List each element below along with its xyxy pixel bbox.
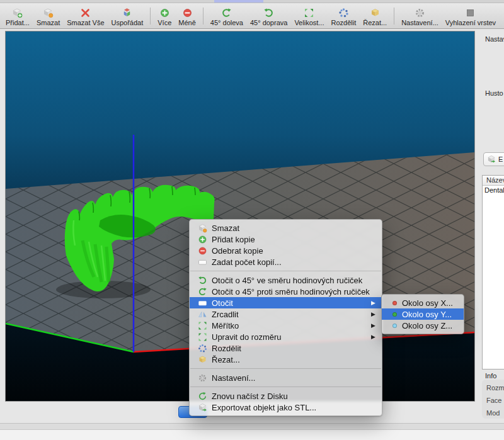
app-window: { "window": { "top_accent_color": "#b2ba… <box>0 0 504 440</box>
toolbar-button-rozdelit[interactable]: Rozdělit <box>328 8 359 26</box>
more-copies-icon <box>159 8 170 18</box>
z-axis-dot-icon <box>392 324 397 328</box>
toolbar-separator <box>394 8 394 25</box>
rotate-cw-icon <box>198 276 207 285</box>
toolbar-label: Uspořádat <box>112 19 144 26</box>
submenu-arrow-icon: ▶ <box>371 322 375 329</box>
toolbar-button-pridat[interactable]: Přidat... <box>3 8 33 26</box>
toolbar-label: Velikost... <box>294 19 324 26</box>
toolbar-label: Vyhlazení vrstev <box>445 19 496 26</box>
menu-item-znovu-nacist[interactable]: Znovu načíst z Disku <box>190 390 382 402</box>
toolbar-button-45-doleva[interactable]: 45° doleva <box>207 8 246 26</box>
menu-item-odebrat-kopie[interactable]: Odebrat kopie <box>190 245 382 256</box>
toolbar-button-vyhlazeni-vrstev[interactable]: Vyhlazení vrstev <box>442 8 499 26</box>
menu-item-label: Rozdělit <box>212 344 241 353</box>
toolbar-label: Řezat... <box>363 19 387 26</box>
menu-item-label: Upravit do rozměru <box>212 332 282 342</box>
menu-item-rezat[interactable]: Řezat... <box>190 354 382 365</box>
export-stl-button[interactable]: E <box>483 152 504 166</box>
table-row-dental[interactable]: Dental_ <box>483 186 504 195</box>
toolbar-label: Rozdělit <box>331 19 356 26</box>
menu-item-label: Otočit o 45° proti směru hodinových ruči… <box>212 287 370 296</box>
menu-item-label: Otočit <box>212 298 233 308</box>
menu-item-label: Přidat kopie <box>212 235 255 244</box>
menu-item-meritko[interactable]: Měřítko ▶ <box>190 320 382 331</box>
mirror-icon <box>198 310 207 319</box>
submenu-item-okolo-osy-y[interactable]: Okolo osy Y... <box>382 308 464 320</box>
menu-item-exportovat-stl[interactable]: Exportovat objekt jako STL... <box>190 402 382 413</box>
toolbar-button-vice[interactable]: Více <box>154 8 175 26</box>
menu-separator <box>190 386 381 387</box>
menu-item-zrcadlit[interactable]: Zrcadlit ▶ <box>190 308 382 320</box>
scale-icon <box>304 8 314 18</box>
toolbar-button-rezat[interactable]: Řezat... <box>360 8 390 26</box>
toolbar-label: Nastavení... <box>401 19 438 26</box>
delete-object-icon <box>43 8 54 18</box>
settings-label: Nastav <box>485 35 504 43</box>
toolbar-button-usporadat[interactable]: Uspořádat <box>108 8 147 26</box>
toolbar-button-smazat-vse[interactable]: Smazat Vše <box>64 8 107 26</box>
delete-all-icon <box>80 8 91 18</box>
fewer-copies-icon <box>182 8 193 18</box>
menu-item-label: Znovu načíst z Disku <box>212 392 288 401</box>
submenu-item-label: Okolo osy Y... <box>402 310 452 319</box>
info-row-model: Mod <box>486 407 504 419</box>
toolbar-separator <box>150 8 151 25</box>
rotate-left-icon <box>221 8 232 18</box>
menu-item-rozdelit[interactable]: Rozdělit <box>190 342 382 354</box>
gear-icon <box>198 373 207 383</box>
toolbar-label: Smazat <box>37 19 60 26</box>
menu-item-label: Řezat... <box>212 355 240 364</box>
submenu-item-okolo-osy-x[interactable]: Okolo osy X... <box>382 297 464 308</box>
density-label: Husto <box>485 89 503 97</box>
export-stl-button-label: E <box>498 155 503 163</box>
menu-item-otocit[interactable]: Otočit ▶ <box>190 297 382 308</box>
menu-item-smazat[interactable]: Smazat <box>190 222 382 234</box>
menu-item-zadat-pocet-kopii[interactable]: Zadat počet kopií... <box>190 256 382 268</box>
toolbar-label: Přidat... <box>6 19 30 26</box>
arrange-icon <box>122 8 132 18</box>
split-icon <box>198 344 207 353</box>
menu-item-upravit-do-rozmeru[interactable]: Upravit do rozměru ▶ <box>190 331 382 342</box>
plus-circle-icon <box>198 235 207 244</box>
menu-item-pridat-kopie[interactable]: Přidat kopie <box>190 234 382 245</box>
info-label: Info <box>485 372 496 380</box>
objects-table: Název Dental_ <box>482 175 504 369</box>
menu-item-label: Nastavení... <box>212 373 255 383</box>
toolbar-button-mene[interactable]: Méně <box>175 8 199 26</box>
info-box: Rozm Face Mod <box>482 380 504 419</box>
menu-item-nastaveni[interactable]: Nastavení... <box>190 372 382 383</box>
info-row-rozmery: Rozm <box>486 381 504 394</box>
table-header-nazev: Název <box>483 176 504 186</box>
menu-item-label: Zrcadlit <box>212 310 239 319</box>
submenu-arrow-icon: ▶ <box>371 300 375 306</box>
menu-item-label: Exportovat objekt jako STL... <box>212 403 316 412</box>
status-bar <box>0 430 504 440</box>
toolbar-button-nastaveni[interactable]: Nastavení... <box>398 8 442 26</box>
delete-object-icon <box>198 223 207 233</box>
rotate-icon <box>198 298 207 308</box>
menu-item-otocit-45-cw[interactable]: Otočit o 45° ve směru hodinových ručiček <box>190 274 382 286</box>
cut-icon <box>370 8 381 18</box>
plater-toolbar: Přidat... Smazat Smazat Vše Uspořádat Ví… <box>0 3 504 29</box>
x-axis-dot-icon <box>392 301 397 305</box>
cut-icon <box>198 355 207 364</box>
layers-icon <box>465 8 476 18</box>
fit-size-icon <box>198 332 207 342</box>
minus-circle-icon <box>198 246 207 256</box>
export-stl-icon <box>198 403 207 412</box>
toolbar-button-smazat[interactable]: Smazat <box>33 8 63 26</box>
submenu-arrow-icon: ▶ <box>371 311 375 317</box>
bottom-divider <box>0 423 504 430</box>
menu-item-label: Zadat počet kopií... <box>212 257 282 267</box>
menu-item-otocit-45-ccw[interactable]: Otočit o 45° proti směru hodinových ruči… <box>190 286 382 297</box>
menu-item-label: Odebrat kopie <box>212 246 263 256</box>
toolbar-button-velikost[interactable]: Velikost... <box>291 8 327 26</box>
add-object-icon <box>12 8 23 18</box>
menu-separator <box>190 368 381 369</box>
toolbar-button-45-doprava[interactable]: 45° doprava <box>247 8 290 26</box>
submenu-item-label: Okolo osy Z... <box>402 321 452 330</box>
submenu-item-okolo-osy-z[interactable]: Okolo osy Z... <box>382 320 464 331</box>
rotate-ccw-icon <box>198 287 207 296</box>
toolbar-label: 45° doprava <box>250 19 287 26</box>
